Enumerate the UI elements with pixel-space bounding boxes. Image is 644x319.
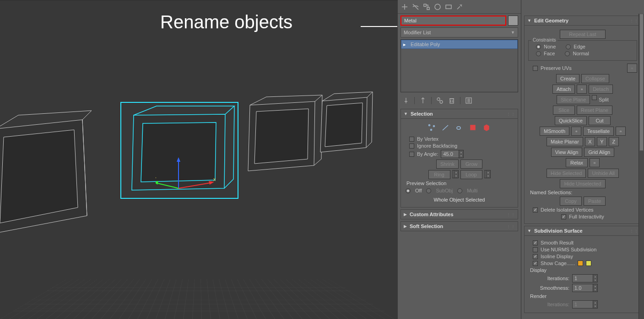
make-planar-button[interactable]: Make Planar xyxy=(547,137,583,146)
attach-list-button[interactable]: ▫ xyxy=(577,85,587,94)
angle-spinner[interactable]: 45.0▴▾ xyxy=(441,150,464,158)
by-angle-checkbox[interactable] xyxy=(409,152,414,157)
svg-marker-14 xyxy=(156,181,158,185)
display-tab-icon[interactable] xyxy=(444,3,453,11)
scene-cube[interactable] xyxy=(0,97,96,244)
object-name-input[interactable] xyxy=(400,16,506,26)
create-tab-icon[interactable] xyxy=(400,3,409,11)
unhide-all-button[interactable]: Unhide All xyxy=(588,169,619,178)
iterations-spinner[interactable]: 1▴▾ xyxy=(572,274,598,282)
isoline-display-checkbox[interactable] xyxy=(533,254,538,259)
constraint-face-radio[interactable] xyxy=(536,51,541,56)
svg-rect-17 xyxy=(424,4,426,6)
shrink-button[interactable]: Shrink xyxy=(436,160,459,169)
preserve-uvs-checkbox[interactable] xyxy=(533,66,538,71)
polygon-level-icon[interactable] xyxy=(469,123,478,133)
expand-icon[interactable]: ▸ xyxy=(403,42,408,48)
rollout-header[interactable]: ▶ Custom Attributes ⋮⋮ xyxy=(400,209,518,219)
scrollbar-thumb[interactable] xyxy=(639,14,644,151)
cage-color-2[interactable] xyxy=(586,261,591,266)
scene-cube[interactable] xyxy=(242,92,324,180)
relax-settings[interactable]: ▫ xyxy=(590,158,600,167)
cut-button[interactable]: Cut xyxy=(589,116,611,125)
make-unique-icon[interactable] xyxy=(436,97,444,104)
msmooth-button[interactable]: MSmooth xyxy=(540,127,569,136)
collapse-button[interactable]: Collapse xyxy=(581,74,609,83)
relax-button[interactable]: Relax xyxy=(566,158,588,167)
copy-button[interactable]: Copy xyxy=(560,197,582,206)
planar-z-button[interactable]: Z xyxy=(609,137,619,146)
stack-item-editable-poly[interactable]: ▸ Editable Poly xyxy=(401,40,518,49)
preview-subobj-radio[interactable] xyxy=(426,188,431,193)
smoothness-spinner[interactable]: 1.0▴▾ xyxy=(572,284,598,292)
create-button[interactable]: Create xyxy=(556,74,579,83)
modify-tab-icon[interactable] xyxy=(411,3,420,11)
slice-plane-button[interactable]: Slice Plane xyxy=(557,95,590,104)
use-nurms-checkbox[interactable] xyxy=(533,247,538,252)
paste-button[interactable]: Paste xyxy=(584,197,606,206)
ignore-backfacing-checkbox[interactable] xyxy=(409,144,414,149)
view-align-button[interactable]: View Align xyxy=(551,148,583,157)
delete-modifier-icon[interactable] xyxy=(448,97,455,104)
ring-spinner[interactable]: ▴▾ xyxy=(452,170,459,178)
full-interactivity-checkbox[interactable] xyxy=(561,214,566,219)
hierarchy-tab-icon[interactable] xyxy=(422,3,431,11)
msmooth-settings[interactable]: ▫ xyxy=(571,127,581,136)
rollout-header[interactable]: ▼ Selection ⋮⋮ xyxy=(400,109,518,119)
loop-spinner[interactable]: ▴▾ xyxy=(484,170,491,178)
grow-button[interactable]: Grow xyxy=(460,160,482,169)
object-color-swatch[interactable] xyxy=(508,16,518,26)
detach-button[interactable]: Detach xyxy=(589,85,613,94)
viewport[interactable]: xy Rename objects xyxy=(0,0,398,319)
quickslice-button[interactable]: QuickSlice xyxy=(555,116,587,125)
rollout-soft-selection: ▶ Soft Selection ⋮⋮ xyxy=(400,221,518,231)
tessellate-settings[interactable]: ▫ xyxy=(616,127,626,136)
rollout-header[interactable]: ▶ Soft Selection ⋮⋮ xyxy=(400,221,518,231)
planar-y-button[interactable]: Y xyxy=(597,137,607,146)
modifier-stack[interactable]: ▸ Editable Poly xyxy=(400,39,518,92)
element-level-icon[interactable] xyxy=(482,123,492,133)
ring-button[interactable]: Ring xyxy=(428,170,450,179)
modifier-list-dropdown[interactable]: Modifier List ▼ xyxy=(400,27,518,37)
tessellate-button[interactable]: Tessellate xyxy=(583,127,614,136)
scrollbar[interactable] xyxy=(639,14,644,319)
repeat-last-button[interactable]: Repeat Last xyxy=(560,30,606,39)
smooth-result-checkbox[interactable] xyxy=(533,240,538,245)
constraint-edge-radio[interactable] xyxy=(566,44,571,49)
grip-icon: ⋮⋮ xyxy=(630,19,639,23)
preserve-uvs-settings[interactable]: ▫ xyxy=(627,64,637,73)
delete-isolated-checkbox[interactable] xyxy=(533,207,538,213)
reset-plane-button[interactable]: Reset Plane xyxy=(577,106,612,115)
rollout-header[interactable]: ▼ Subdivision Surface ⋮⋮ xyxy=(524,226,641,236)
rollout-header[interactable]: ▼ Edit Geometry ⋮⋮ xyxy=(524,16,641,26)
constraints-group: Constraints None Edge Face Normal xyxy=(528,40,637,61)
command-panel-right: ▼ Edit Geometry ⋮⋮ Repeat Last Constrain… xyxy=(521,0,644,319)
grid-align-button[interactable]: Grid Align xyxy=(584,148,614,157)
edge-level-icon[interactable] xyxy=(441,123,450,133)
constraint-none-radio[interactable] xyxy=(536,44,541,49)
cage-color-1[interactable] xyxy=(578,261,583,266)
preview-multi-radio[interactable] xyxy=(457,188,462,193)
constraint-normal-radio[interactable] xyxy=(565,51,570,56)
scene-cube[interactable] xyxy=(316,90,375,160)
annotation-line xyxy=(361,26,397,27)
show-end-result-icon[interactable] xyxy=(419,97,427,104)
split-checkbox[interactable] xyxy=(592,95,597,100)
hide-unselected-button[interactable]: Hide Unselected xyxy=(560,179,606,188)
loop-button[interactable]: Loop xyxy=(460,170,482,179)
show-cage-checkbox[interactable] xyxy=(533,261,538,266)
hide-selected-button[interactable]: Hide Selected xyxy=(547,169,586,178)
by-vertex-checkbox[interactable] xyxy=(409,137,414,142)
motion-tab-icon[interactable] xyxy=(433,3,442,11)
attach-button[interactable]: Attach xyxy=(552,85,575,94)
configure-icon[interactable] xyxy=(465,97,472,104)
planar-x-button[interactable]: X xyxy=(585,137,595,146)
utilities-tab-icon[interactable] xyxy=(455,3,464,11)
vertex-level-icon[interactable] xyxy=(428,123,437,133)
slice-button[interactable]: Slice xyxy=(553,106,575,115)
transform-gizmo[interactable]: xy xyxy=(156,156,224,212)
preview-off-radio[interactable] xyxy=(406,188,411,193)
border-level-icon[interactable] xyxy=(455,123,464,133)
render-iterations-spinner[interactable]: 1▴▾ xyxy=(572,300,598,308)
pin-icon[interactable] xyxy=(402,97,410,104)
